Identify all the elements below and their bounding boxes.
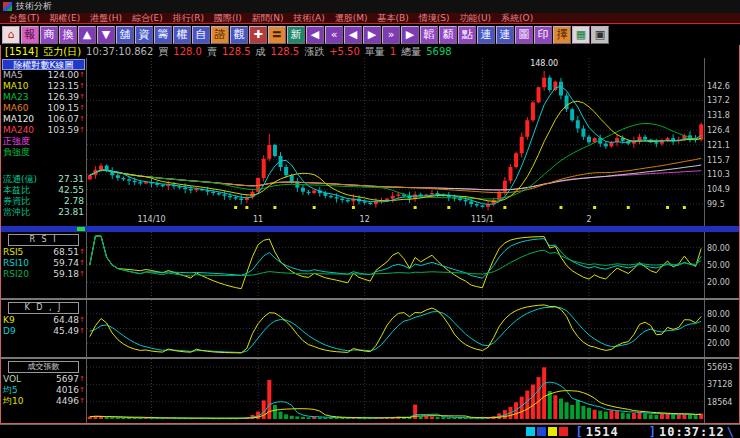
- legend-label: 均5: [3, 385, 18, 396]
- menu-item-8[interactable]: 技術(A): [289, 13, 330, 23]
- kd-chart[interactable]: [87, 300, 704, 357]
- total-volume-label: 總量: [401, 45, 421, 58]
- legend-value: 4016: [56, 385, 79, 396]
- new-button[interactable]: 新: [287, 26, 305, 44]
- legend-row-RSI20: RSI2059.18↑: [1, 269, 86, 280]
- axis-tick-label: 131.8: [707, 111, 730, 120]
- link-button-1[interactable]: 連: [477, 26, 495, 44]
- legend-value: 2.78: [64, 196, 84, 207]
- fundamental-legend: 流通(億)27.31本益比42.55券資比2.78當沖比23.81: [1, 174, 86, 218]
- ask-value: 128.5: [222, 45, 251, 58]
- info-button-4[interactable]: 權: [173, 26, 191, 44]
- rsi-chart-area[interactable]: [87, 232, 704, 298]
- main-sidebar: 除權對數K線圖 MA5124.00↑MA10123.15↑MA23126.39↑…: [1, 58, 87, 226]
- legend-value: 23.81: [58, 207, 84, 218]
- tool-button-1[interactable]: 韜: [420, 26, 438, 44]
- status-bar: [ 1514 ] 10:37:12 \: [0, 424, 740, 438]
- info-button-2[interactable]: 資: [135, 26, 153, 44]
- down-arrow-button[interactable]: ▼: [97, 26, 115, 44]
- status-color-indicators: [526, 427, 568, 436]
- chart-button[interactable]: 圖: [515, 26, 533, 44]
- menu-item-6[interactable]: 國際(I): [209, 13, 247, 23]
- legend-label: MA23: [3, 92, 28, 103]
- step-back-button[interactable]: ◀: [306, 26, 324, 44]
- chart-type-button[interactable]: 除權對數K線圖: [2, 59, 85, 70]
- legend-label: K9: [3, 315, 15, 326]
- total-volume-value: 5698: [426, 45, 451, 58]
- select-button[interactable]: 擇: [553, 26, 571, 44]
- cross-button[interactable]: ✚: [249, 26, 267, 44]
- menu-item-5[interactable]: 排行(R): [168, 13, 209, 23]
- axis-tick-label: 55693: [707, 363, 732, 372]
- legend-value: 27.31: [58, 174, 84, 185]
- fast-back-button[interactable]: «: [325, 26, 343, 44]
- menu-item-10[interactable]: 基本(B): [372, 13, 413, 23]
- menu-item-1[interactable]: 台盤(T): [4, 13, 45, 23]
- info-button-5[interactable]: 自: [192, 26, 210, 44]
- axis-tick-label: 50.00: [707, 325, 730, 334]
- page-back-button[interactable]: ◀: [344, 26, 362, 44]
- tool-button-2[interactable]: 纇: [439, 26, 457, 44]
- home-button[interactable]: ⌂: [2, 26, 20, 44]
- mini-chart-button[interactable]: ▦: [572, 26, 590, 44]
- volume-chart-area[interactable]: [87, 359, 704, 423]
- print-button[interactable]: 印: [534, 26, 552, 44]
- menu-item-13[interactable]: 系統(O): [496, 13, 538, 23]
- svg-text:114/10: 114/10: [137, 215, 165, 224]
- legend-label: MA5: [3, 70, 23, 81]
- menu-item-2[interactable]: 期權(E): [45, 13, 86, 23]
- menu-item-11[interactable]: 情境(S): [414, 13, 455, 23]
- scrollbar-thumb[interactable]: [77, 227, 85, 231]
- kd-sidebar: K D , J K964.48↑D945.49↑: [1, 300, 87, 357]
- axis-tick-label: 80.00: [707, 244, 730, 253]
- menu-item-12[interactable]: 功能(U): [454, 13, 496, 23]
- svg-text:12: 12: [360, 215, 370, 224]
- content-frame: [1514] 亞力(日) 10:37:10.862 買 128.0 賣 128.…: [0, 45, 740, 424]
- orange-button-1[interactable]: 諮: [211, 26, 229, 44]
- switch-button[interactable]: 換: [59, 26, 77, 44]
- legend-row-均5: 均54016↑: [1, 385, 86, 396]
- fast-forward-button[interactable]: »: [382, 26, 400, 44]
- kd-header: K D , J: [8, 302, 79, 314]
- menu-item-4[interactable]: 綜合(E): [127, 13, 168, 23]
- volume-chart[interactable]: [87, 359, 704, 423]
- info-button-3[interactable]: 籌: [154, 26, 172, 44]
- legend-value: 103.59: [48, 125, 80, 136]
- svg-text:115/1: 115/1: [471, 215, 494, 224]
- candlestick-chart[interactable]: 114/101112115/12148.00: [87, 58, 704, 226]
- kd-chart-area[interactable]: [87, 300, 704, 357]
- lock-button[interactable]: ▣: [591, 26, 609, 44]
- info-button-1[interactable]: 舖: [116, 26, 134, 44]
- link-button-2[interactable]: 連: [496, 26, 514, 44]
- axis-tick-label: 99.5: [707, 200, 725, 209]
- menu-item-7[interactable]: 新聞(N): [247, 13, 289, 23]
- direction-arrow-icon: ↑: [79, 326, 84, 337]
- legend-value: 59.74: [53, 258, 79, 269]
- up-arrow-button[interactable]: ▲: [78, 26, 96, 44]
- tool-button-3[interactable]: 點: [458, 26, 476, 44]
- main-chart-area[interactable]: 114/101112115/12148.00: [87, 58, 704, 226]
- page-forward-button[interactable]: ▶: [363, 26, 381, 44]
- volume-sidebar: 成交張數 VOL5697↑均54016↑均104496↑: [1, 359, 87, 423]
- legend-value: 64.48: [53, 315, 79, 326]
- legend-value: 124.00: [48, 70, 80, 81]
- quote-button[interactable]: 商: [40, 26, 58, 44]
- axis-tick-label: 80.00: [707, 310, 730, 319]
- lines-button[interactable]: 〓: [268, 26, 286, 44]
- bid-value: 128.0: [173, 45, 202, 58]
- axis-tick-label: 20.00: [707, 278, 730, 287]
- legend-row-RSI10: RSI1059.74↑: [1, 258, 86, 269]
- direction-arrow-icon: ↑: [79, 374, 84, 385]
- title-bar: 技術分析: [0, 0, 740, 13]
- legend-row-本益比: 本益比42.55: [1, 185, 86, 196]
- menu-item-3[interactable]: 港盤(H): [85, 13, 127, 23]
- stock-info-bar: [1514] 亞力(日) 10:37:10.862 買 128.0 賣 128.…: [1, 45, 739, 58]
- info-button-6[interactable]: 觀: [230, 26, 248, 44]
- svg-text:148.00: 148.00: [530, 59, 558, 68]
- mode-button[interactable]: 報: [21, 26, 39, 44]
- legend-value: 42.55: [58, 185, 84, 196]
- step-forward-button[interactable]: ▶: [401, 26, 419, 44]
- rsi-chart[interactable]: [87, 232, 704, 298]
- menu-item-9[interactable]: 選股(M): [330, 13, 373, 23]
- rsi-legend: RSI568.51↑RSI1059.74↑RSI2059.18↑: [1, 247, 86, 280]
